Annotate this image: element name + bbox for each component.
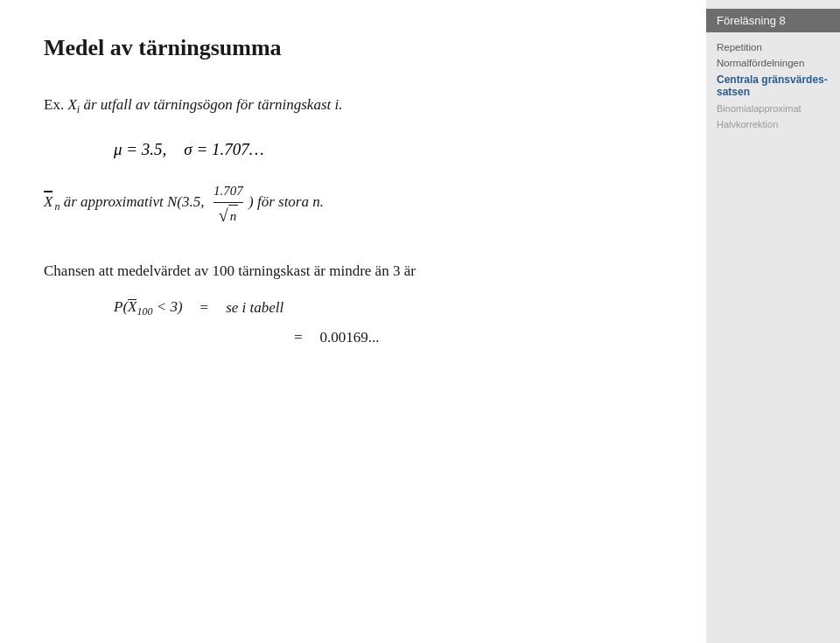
frac-numerator: 1.707 xyxy=(214,180,243,203)
main-content: Medel av tärningsumma Ex. Xi är utfall a… xyxy=(0,0,706,643)
sigma-expr: σ = 1.707… xyxy=(184,140,263,159)
mu-sigma-display: μ = 3.5, σ = 1.707… xyxy=(114,140,662,159)
example-text: Ex. Xi är utfall av tärningsögon för tär… xyxy=(44,93,662,119)
sidebar-item-centrala[interactable]: Centrala gränsvärdes­satsen xyxy=(706,71,840,101)
sqrt-n: √n xyxy=(219,205,238,227)
x-bar-n: X xyxy=(44,190,52,213)
example-label: Ex. xyxy=(44,96,64,113)
prob-eq1: = xyxy=(200,299,209,317)
sidebar-item-normalfordelning[interactable]: Normalfördelningen xyxy=(706,55,840,71)
example-block: Ex. Xi är utfall av tärningsögon för tär… xyxy=(44,93,662,119)
sidebar: Föreläsning 8 Repetition Normalfördelnin… xyxy=(706,0,840,643)
sidebar-item-repetition[interactable]: Repetition xyxy=(706,39,840,55)
approx-line: Xn är approximativt N(3.5, 1.707 √n ) fö… xyxy=(44,180,662,227)
mu-expr: μ = 3.5, xyxy=(114,140,166,159)
sqrt-arg: n xyxy=(228,205,239,227)
example-body: Xi är utfall av tärningsögon för tärning… xyxy=(67,96,342,113)
sidebar-item-halvkorrektion[interactable]: Halvkorrektion xyxy=(706,116,840,132)
prob-left: P(X100 < 3) xyxy=(114,298,183,318)
frac-denominator: √n xyxy=(219,203,238,227)
sidebar-item-binomialapproximation[interactable]: Binomialapproximat xyxy=(706,101,840,116)
prob-line-1: P(X100 < 3) = se i tabell xyxy=(114,298,662,318)
prob-eq2: = xyxy=(294,329,303,346)
sidebar-header: Föreläsning 8 xyxy=(706,9,840,32)
chansen-text: Chansen att medelvärdet av 100 tärningsk… xyxy=(44,259,586,284)
frac-sigma-sqrtn: 1.707 √n xyxy=(214,180,243,227)
page-title: Medel av tärningsumma xyxy=(44,35,662,61)
prob-val2: 0.00169... xyxy=(320,329,380,346)
prob-line-2: = 0.00169... xyxy=(289,329,662,346)
prob-val1: se i tabell xyxy=(226,299,284,317)
